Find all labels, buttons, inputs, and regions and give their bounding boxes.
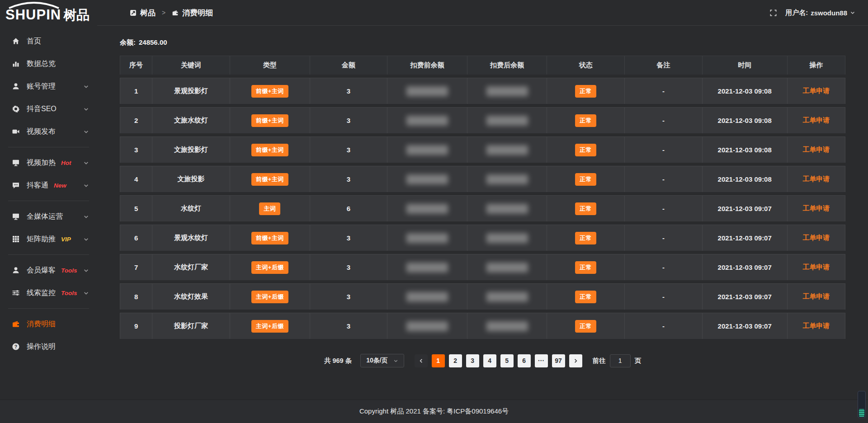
cell-amount: 3 [310,254,388,280]
work-order-link[interactable]: 工单申请 [802,234,830,241]
sidebar-item-account-manage[interactable]: 账号管理 [0,75,97,98]
chart-icon [12,60,20,68]
cell-amount: 3 [310,313,388,339]
next-page-button[interactable] [569,354,582,367]
sidebar-menu: 首页数据总览账号管理抖音SEO视频发布视频加热Hot抖客通New全媒体运营矩阵助… [0,26,97,358]
column-header: 状态 [547,56,625,75]
fullscreen-icon[interactable] [769,9,777,17]
app-layout: SHUPIN 树品 首页数据总览账号管理抖音SEO视频发布视频加热Hot抖客通N… [0,0,868,400]
masked-balance-after [486,233,528,243]
page-button-2[interactable]: 2 [449,354,462,367]
work-order-link[interactable]: 工单申请 [802,322,830,329]
prev-page-button[interactable] [415,354,428,367]
cell-balance-before [387,254,467,280]
goto-page-input[interactable] [610,354,631,367]
chevron-down-icon [83,268,89,273]
masked-balance-after [486,86,528,96]
cell-action: 工单申请 [788,166,845,192]
cell-note: - [625,166,703,192]
app-icon [130,9,137,16]
cell-balance-after [467,283,547,310]
sidebar-item-matrix-boost[interactable]: 矩阵助推VIP [0,228,97,250]
cell-amount: 3 [310,136,388,163]
chevron-down-icon [393,358,398,363]
status-badge: 正常 [575,85,596,98]
work-order-link[interactable]: 工单申请 [802,175,830,183]
sidebar-item-member-baoke[interactable]: 会员爆客Tools [0,259,97,282]
cell-status: 正常 [547,254,625,280]
sidebar-item-label: 数据总览 [27,59,56,69]
goto-page: 前往 页 [593,354,642,367]
page-button-5[interactable]: 5 [500,354,514,367]
page-button-6[interactable]: 6 [518,354,531,367]
sidebar-item-video-publish[interactable]: 视频发布 [0,120,97,143]
masked-balance-before [406,321,448,331]
masked-balance-before [406,292,448,302]
cell-balance-before [387,313,467,339]
type-tag: 主词+后缀 [251,291,288,303]
corner-widget[interactable] [858,391,866,418]
work-order-link[interactable]: 工单申请 [802,263,830,271]
cell-keyword: 水纹灯厂家 [152,254,230,280]
sidebar-divider [8,147,89,147]
type-tag: 前缀+主词 [251,144,288,156]
sidebar-item-label: 矩阵助推 [27,235,56,244]
column-header: 类型 [230,56,310,75]
page-button-1[interactable]: 1 [432,354,445,367]
cell-amount: 3 [310,107,388,133]
breadcrumb: 树品 > 消费明细 [130,8,213,18]
sidebar-item-media-operation[interactable]: 全媒体运营 [0,205,97,228]
page-button-97[interactable]: 97 [552,354,565,367]
status-badge: 正常 [575,114,596,127]
question-icon: ? [12,343,20,351]
copyright-text: Copyright 树品 2021 备案号: 粤ICP备09019646号 [359,407,509,416]
sidebar-item-label: 视频加热 [27,158,56,168]
goto-label: 前往 [593,357,606,365]
user-dropdown[interactable]: 用户名: zswodun88 [785,9,855,17]
cell-index: 5 [120,195,152,221]
sidebar-item-label: 会员爆客 [27,266,56,275]
breadcrumb-item-consume-detail[interactable]: 消费明细 [172,8,213,18]
logo[interactable]: SHUPIN 树品 [0,0,97,26]
sidebar-item-video-heat[interactable]: 视频加热Hot [0,151,97,174]
sidebar-item-consume-detail[interactable]: 消费明细 [0,313,97,335]
work-order-link[interactable]: 工单申请 [802,116,830,124]
masked-balance-before [406,174,448,184]
cell-balance-after [467,166,547,192]
masked-balance-before [406,233,448,243]
page-button-4[interactable]: 4 [483,354,496,367]
wallet-icon [172,9,179,16]
table-body: 1景观投影灯前缀+主词3正常-2021-12-03 09:08工单申请2文旅水纹… [120,78,845,339]
work-order-link[interactable]: 工单申请 [802,292,830,300]
masked-balance-after [486,116,528,126]
work-order-link[interactable]: 工单申请 [802,204,830,212]
work-order-link[interactable]: 工单申请 [802,87,830,94]
sidebar-item-home[interactable]: 首页 [0,30,97,52]
page-size-select[interactable]: 10条/页 [360,354,404,367]
balance: 余额:24856.00 [120,38,845,47]
sidebar-item-clue-monitor[interactable]: 线索监控Tools [0,282,97,304]
masked-balance-after [486,145,528,155]
cell-balance-after [467,136,547,163]
sidebar-item-douyin-seo[interactable]: 抖音SEO [0,98,97,120]
cell-note: - [625,313,703,339]
cell-action: 工单申请 [788,107,845,133]
chevron-down-icon [850,10,855,15]
sidebar-item-operation-guide[interactable]: ?操作说明 [0,335,97,358]
cell-index: 6 [120,225,152,251]
sidebar-item-douketong[interactable]: 抖客通New [0,174,97,197]
cell-action: 工单申请 [788,78,845,104]
cell-type: 主词+后缀 [230,283,310,310]
cell-note: - [625,225,703,251]
cell-status: 正常 [547,166,625,192]
cell-index: 8 [120,283,152,310]
logo-text-en: SHUPIN [5,7,61,23]
sidebar-item-data-overview[interactable]: 数据总览 [0,52,97,75]
breadcrumb-item-app[interactable]: 树品 [130,8,156,18]
page-ellipsis-button[interactable]: ··· [535,354,548,367]
sidebar-item-label: 视频发布 [27,127,56,136]
cell-keyword: 投影灯厂家 [152,313,230,339]
work-order-link[interactable]: 工单申请 [802,146,830,153]
corner-widget-bar [859,409,864,417]
page-button-3[interactable]: 3 [466,354,479,367]
